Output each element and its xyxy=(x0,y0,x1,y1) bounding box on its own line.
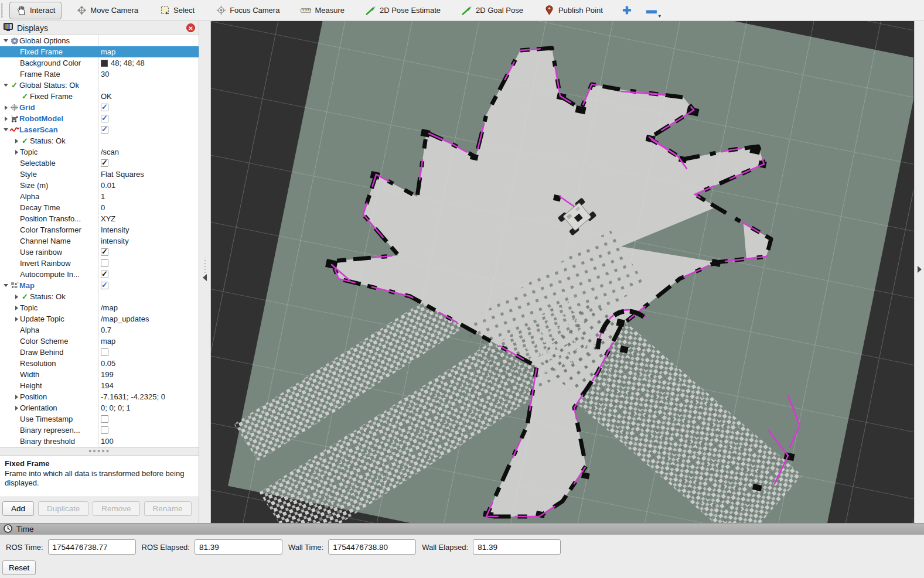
tool-2d-goal-pose[interactable]: 2D Goal Pose xyxy=(455,2,530,19)
checkbox-unchecked[interactable] xyxy=(101,348,108,356)
row-value-cell[interactable]: /scan xyxy=(101,148,197,156)
tree-row-style[interactable]: StyleFlat Squares xyxy=(0,169,199,180)
expand-right-icon[interactable] xyxy=(13,303,20,312)
row-value-cell[interactable] xyxy=(101,271,197,278)
row-value-cell[interactable]: /map_updates xyxy=(101,314,197,323)
tree-row-status-ok[interactable]: ✓Status: Ok xyxy=(0,291,199,302)
row-value-cell[interactable]: Flat Squares xyxy=(101,170,197,179)
expand-right-icon[interactable] xyxy=(2,114,9,123)
tree-row-decay-time[interactable]: Decay Time0 xyxy=(0,202,199,213)
row-value-cell[interactable]: -7.1631; -4.2325; 0 xyxy=(101,392,197,401)
tree-row-autocompute-in[interactable]: Autocompute In... xyxy=(0,269,199,280)
render-scene[interactable] xyxy=(211,21,913,523)
rename-button[interactable]: Rename xyxy=(144,501,192,516)
tree-row-update-topic[interactable]: Update Topic/map_updates xyxy=(0,313,199,324)
checkbox-checked[interactable] xyxy=(101,248,108,256)
row-value-cell[interactable] xyxy=(101,126,197,134)
checkbox-unchecked[interactable] xyxy=(101,415,108,423)
checkbox-checked[interactable] xyxy=(101,271,108,278)
row-value-cell[interactable]: /map xyxy=(101,303,197,312)
ros-time-input[interactable] xyxy=(48,539,136,555)
tree-row-map[interactable]: Map xyxy=(0,280,199,291)
checkbox-checked[interactable] xyxy=(101,159,108,167)
row-value-cell[interactable] xyxy=(101,115,197,122)
tree-row-alpha[interactable]: Alpha0.7 xyxy=(0,324,199,336)
tree-row-status-ok[interactable]: ✓Status: Ok xyxy=(0,135,199,146)
tool-select[interactable]: Select xyxy=(153,2,201,19)
tool-add-tool[interactable]: ✚ xyxy=(618,2,636,19)
row-value-cell[interactable]: 194 xyxy=(101,381,197,390)
row-value-cell[interactable] xyxy=(101,259,197,267)
row-value-cell[interactable]: Intensity xyxy=(101,225,197,234)
checkbox-unchecked[interactable] xyxy=(101,426,108,434)
row-value-cell[interactable]: 0; 0; 0; 1 xyxy=(101,403,197,412)
tree-row-laserscan[interactable]: LaserScan xyxy=(0,124,199,135)
tree-row-alpha[interactable]: Alpha1 xyxy=(0,191,199,202)
duplicate-button[interactable]: Duplicate xyxy=(38,501,88,516)
tree-row-fixed-frame[interactable]: ✓Fixed FrameOK xyxy=(0,91,199,102)
tree-row-global-status-ok[interactable]: ✓Global Status: Ok xyxy=(0,80,199,91)
tool-2d-pose-estimate[interactable]: 2D Pose Estimate xyxy=(359,2,447,19)
expand-right-icon[interactable] xyxy=(13,403,20,412)
row-value-cell[interactable]: OK xyxy=(101,92,197,101)
tree-row-draw-behind[interactable]: Draw Behind xyxy=(0,347,199,358)
tree-row-use-timestamp[interactable]: Use Timestamp xyxy=(0,413,199,425)
row-value-cell[interactable] xyxy=(101,248,197,256)
tree-row-height[interactable]: Height194 xyxy=(0,380,199,391)
tree-row-frame-rate[interactable]: Frame Rate30 xyxy=(0,69,199,80)
tree-row-global-options[interactable]: Global Options xyxy=(0,35,199,46)
tree-row-color-scheme[interactable]: Color Schememap xyxy=(0,336,199,347)
row-value-cell[interactable] xyxy=(101,348,197,356)
3d-viewport[interactable] xyxy=(211,21,914,523)
reset-button[interactable]: Reset xyxy=(2,560,36,575)
row-value-cell[interactable] xyxy=(101,282,197,289)
tree-row-topic[interactable]: Topic/scan xyxy=(0,146,199,158)
expand-right-panel-handle[interactable] xyxy=(915,246,924,293)
row-value-cell[interactable]: XYZ xyxy=(101,214,197,223)
tool-publish-point[interactable]: Publish Point xyxy=(538,2,609,19)
row-value-cell[interactable]: 0.05 xyxy=(101,359,197,368)
tree-row-topic[interactable]: Topic/map xyxy=(0,302,199,313)
row-value-cell[interactable]: 0 xyxy=(101,203,197,212)
tree-row-invert-rainbow[interactable]: Invert Rainbow xyxy=(0,258,199,269)
row-value-cell[interactable]: 0.7 xyxy=(101,326,197,334)
tree-row-color-transformer[interactable]: Color TransformerIntensity xyxy=(0,224,199,235)
tree-row-position[interactable]: Position-7.1631; -4.2325; 0 xyxy=(0,391,199,402)
tree-row-binary-represen[interactable]: Binary represen... xyxy=(0,425,199,436)
row-value-cell[interactable] xyxy=(101,104,197,111)
tree-help-splitter[interactable]: ●●●●● xyxy=(0,448,199,455)
expand-right-icon[interactable] xyxy=(13,392,20,401)
tree-row-selectable[interactable]: Selectable xyxy=(0,158,199,169)
checkbox-checked[interactable] xyxy=(101,126,108,134)
row-value-cell[interactable]: map xyxy=(101,47,197,56)
expand-right-icon[interactable] xyxy=(13,136,20,145)
toolbar-grip[interactable] xyxy=(1,3,6,18)
tree-row-channel-name[interactable]: Channel Nameintensity xyxy=(0,235,199,247)
row-value-cell[interactable]: 30 xyxy=(101,70,197,78)
tool-interact[interactable]: Interact xyxy=(9,2,62,19)
row-value-cell[interactable]: intensity xyxy=(101,237,197,245)
expand-right-icon[interactable] xyxy=(13,314,20,323)
expand-down-icon[interactable] xyxy=(2,125,9,134)
wall-time-input[interactable] xyxy=(328,539,416,555)
collapse-left-panel-handle[interactable] xyxy=(199,246,210,293)
tree-row-width[interactable]: Width199 xyxy=(0,369,199,380)
tool-remove-tool[interactable]: ▬▾ xyxy=(642,2,661,19)
tree-row-background-color[interactable]: Background Color48; 48; 48 xyxy=(0,57,199,69)
row-value-cell[interactable]: map xyxy=(101,337,197,346)
expand-right-icon[interactable] xyxy=(13,292,20,301)
remove-button[interactable]: Remove xyxy=(93,501,139,516)
expand-down-icon[interactable] xyxy=(2,36,9,45)
tool-focus-camera[interactable]: Focus Camera xyxy=(209,2,286,19)
tree-row-size-m[interactable]: Size (m)0.01 xyxy=(0,180,199,191)
checkbox-checked[interactable] xyxy=(101,115,108,122)
tree-row-use-rainbow[interactable]: Use rainbow xyxy=(0,247,199,258)
row-value-cell[interactable]: 100 xyxy=(101,437,197,446)
row-value-cell[interactable] xyxy=(101,426,197,434)
row-value-cell[interactable]: 199 xyxy=(101,370,197,379)
row-value-cell[interactable] xyxy=(101,159,197,167)
tree-row-orientation[interactable]: Orientation0; 0; 0; 1 xyxy=(0,402,199,413)
add-button[interactable]: Add xyxy=(2,501,34,516)
wall-elapsed-input[interactable] xyxy=(473,539,561,555)
row-value-cell[interactable]: 48; 48; 48 xyxy=(101,59,197,67)
